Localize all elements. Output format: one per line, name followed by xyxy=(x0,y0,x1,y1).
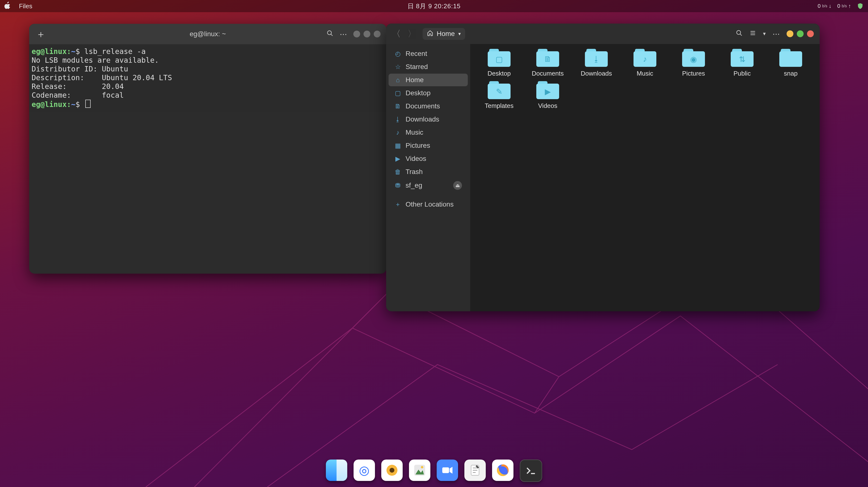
files-max-button[interactable] xyxy=(797,30,804,37)
sidebar-item-other-locations[interactable]: + Other Locations xyxy=(389,198,468,211)
terminal-output-line: No LSB modules are available. xyxy=(32,56,159,64)
folder-label: Templates xyxy=(485,102,514,110)
view-list-icon[interactable] xyxy=(749,30,756,38)
more-menu-icon[interactable]: ⋯ xyxy=(773,30,780,38)
terminal-titlebar[interactable]: ＋ eg@linux: ~ ⋯ xyxy=(29,24,386,44)
trash-icon: 🗑 xyxy=(394,168,401,176)
view-dropdown-icon[interactable]: ▾ xyxy=(763,31,766,37)
menubar-app-name[interactable]: Files xyxy=(19,2,32,10)
dock-app-zoom[interactable] xyxy=(437,460,458,481)
folder-pictures[interactable]: ◉ Pictures xyxy=(671,49,717,77)
nav-back-button[interactable]: 〈 xyxy=(392,28,401,40)
folder-label: Downloads xyxy=(581,70,612,77)
terminal-window[interactable]: ＋ eg@linux: ~ ⋯ eg@linux:~$ lsb_release … xyxy=(29,24,386,274)
files-window[interactable]: 〈 〉 Home ▾ ▾ ⋯ xyxy=(386,24,819,311)
files-close-button[interactable] xyxy=(807,30,814,37)
drive-icon: ⛃ xyxy=(394,182,401,189)
terminal-close-button[interactable] xyxy=(374,31,380,37)
terminal-prompt-sym: $ xyxy=(75,47,80,56)
sidebar-item-label: Recent xyxy=(406,50,427,58)
terminal-min-button[interactable] xyxy=(353,31,360,37)
svg-line-1 xyxy=(331,34,333,36)
folder-label: Pictures xyxy=(682,70,705,77)
folder-label: Public xyxy=(734,70,751,77)
chevron-down-icon: ▾ xyxy=(458,31,461,37)
folder-icon: ▢ xyxy=(488,49,510,67)
files-titlebar[interactable]: 〈 〉 Home ▾ ▾ ⋯ xyxy=(386,24,819,44)
terminal-output-line: Release: 20.04 xyxy=(32,82,124,91)
sidebar-item-label: Music xyxy=(406,128,423,136)
net-up-unit: b/s xyxy=(842,4,847,8)
dock-app-terminal[interactable] xyxy=(520,460,542,482)
files-location-bar[interactable]: Home ▾ xyxy=(423,28,465,40)
dock-app-firefox[interactable] xyxy=(492,460,514,481)
sidebar-item-downloads[interactable]: ⭳ Downloads xyxy=(389,113,468,126)
files-min-button[interactable] xyxy=(786,30,794,37)
dock-app-notes[interactable] xyxy=(464,460,486,481)
desktop-icon: ▢ xyxy=(394,89,401,97)
folder-icon: ◉ xyxy=(682,49,705,67)
net-down-value: 0 xyxy=(818,3,820,9)
files-grid: ▢ Desktop 🗎 Documents ⭳ Downloads ♪ Musi… xyxy=(476,49,814,110)
sidebar-item-label: Pictures xyxy=(406,142,430,149)
sidebar-item-trash[interactable]: 🗑 Trash xyxy=(389,165,468,178)
svg-line-3 xyxy=(740,34,742,35)
net-down-indicator[interactable]: 0 b/s ↓ xyxy=(818,3,832,9)
sidebar-item-music[interactable]: ♪ Music xyxy=(389,126,468,139)
terminal-prompt-path: ~ xyxy=(71,47,75,56)
sidebar-item-pictures[interactable]: ▦ Pictures xyxy=(389,139,468,152)
sidebar-item-recent[interactable]: ◴ Recent xyxy=(389,48,468,60)
dock-app-2[interactable]: ◎ xyxy=(353,460,375,481)
new-tab-button[interactable]: ＋ xyxy=(35,28,46,40)
dock-app-3[interactable] xyxy=(381,460,403,481)
folder-label: Documents xyxy=(532,70,564,77)
folder-templates[interactable]: ✎ Templates xyxy=(476,81,522,110)
nav-forward-button[interactable]: 〉 xyxy=(407,28,416,40)
menu-dots-icon[interactable]: ⋯ xyxy=(340,30,347,38)
folder-snap[interactable]: snap xyxy=(768,49,814,77)
folder-downloads[interactable]: ⭳ Downloads xyxy=(573,49,619,77)
files-location-label: Home xyxy=(437,30,455,38)
sidebar-item-label: Documents xyxy=(406,102,440,110)
search-icon[interactable] xyxy=(327,30,333,38)
files-sidebar: ◴ Recent ☆ Starred ⌂ Home ▢ Desktop 🗎 Do… xyxy=(386,44,470,311)
shield-icon[interactable] xyxy=(857,3,864,9)
menubar: Files 日 8月 9 20:26:15 0 b/s ↓ 0 b/s ↑ xyxy=(0,0,868,12)
folder-music[interactable]: ♪ Music xyxy=(622,49,668,77)
eject-icon[interactable]: ⏏ xyxy=(453,181,462,190)
files-content-pane[interactable]: ▢ Desktop 🗎 Documents ⭳ Downloads ♪ Musi… xyxy=(470,44,819,311)
folder-label: Music xyxy=(637,70,653,77)
sidebar-item-starred[interactable]: ☆ Starred xyxy=(389,61,468,73)
sidebar-item-desktop[interactable]: ▢ Desktop xyxy=(389,87,468,99)
svg-marker-13 xyxy=(450,467,453,474)
terminal-max-button[interactable] xyxy=(364,31,370,37)
net-up-indicator[interactable]: 0 b/s ↑ xyxy=(837,3,851,9)
sidebar-item-label: Videos xyxy=(406,155,426,162)
dock-app-finder[interactable] xyxy=(326,460,347,481)
sidebar-item-sf-eg[interactable]: ⛃ sf_eg ⏏ xyxy=(389,179,468,192)
folder-label: snap xyxy=(784,70,798,77)
svg-point-11 xyxy=(421,466,423,468)
home-icon xyxy=(427,30,433,38)
menubar-datetime[interactable]: 日 8月 9 20:26:15 xyxy=(407,2,461,10)
sidebar-item-label: Starred xyxy=(406,63,428,71)
terminal-body[interactable]: eg@linux:~$ lsb_release -a No LSB module… xyxy=(29,44,386,112)
folder-documents[interactable]: 🗎 Documents xyxy=(525,49,571,77)
star-icon: ☆ xyxy=(394,63,401,71)
folder-public[interactable]: ⇅ Public xyxy=(719,49,765,77)
sidebar-item-documents[interactable]: 🗎 Documents xyxy=(389,100,468,113)
folder-videos[interactable]: ▶ Videos xyxy=(525,81,571,110)
svg-point-8 xyxy=(390,468,394,473)
terminal-prompt-sep: : xyxy=(67,47,71,56)
search-icon[interactable] xyxy=(736,30,743,38)
sidebar-item-videos[interactable]: ▶ Videos xyxy=(389,152,468,165)
music-icon: ♪ xyxy=(394,129,401,136)
sidebar-item-home[interactable]: ⌂ Home xyxy=(389,73,468,86)
dock-app-4[interactable] xyxy=(409,460,430,481)
terminal-prompt-path: ~ xyxy=(71,100,75,109)
folder-desktop[interactable]: ▢ Desktop xyxy=(476,49,522,77)
files-traffic-lights xyxy=(786,30,814,37)
apple-menu-icon[interactable] xyxy=(4,2,11,11)
terminal-traffic-lights xyxy=(353,31,380,37)
svg-point-0 xyxy=(328,31,332,34)
